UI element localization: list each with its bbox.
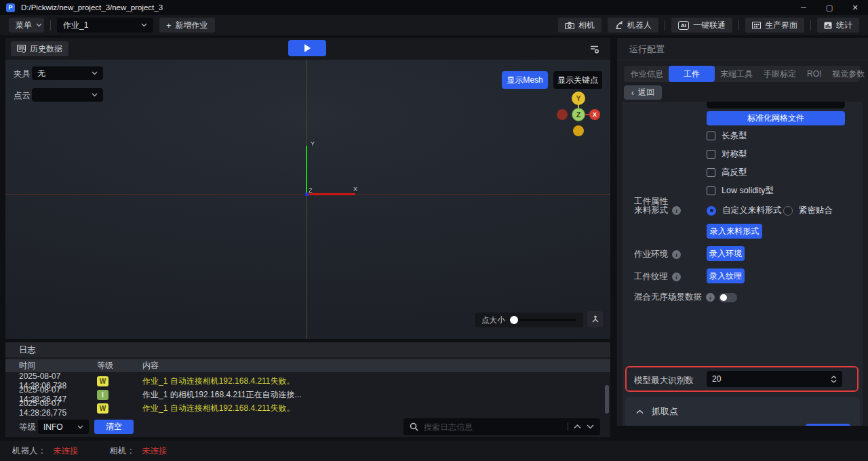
record-env-button[interactable]: 录入环境 [707, 246, 745, 261]
robot-label: 机器人 [627, 20, 652, 31]
log-table-header: 时间 等级 内容 [5, 359, 610, 372]
tab-job-info[interactable]: 作业信息 [625, 67, 669, 81]
info-icon[interactable]: i [672, 206, 681, 215]
production-view-label: 生产界面 [765, 20, 797, 31]
mixed-scene-toggle[interactable] [719, 293, 737, 302]
mesh-file-field-partial[interactable] [707, 102, 845, 108]
search-divider [568, 422, 568, 431]
gizmo-y-handle[interactable]: Y [572, 92, 585, 105]
checkbox-row-low-solidity[interactable]: Low solidity型 [707, 185, 774, 197]
run-button[interactable] [288, 40, 326, 56]
slider-knob[interactable] [510, 316, 518, 324]
record-texture-button[interactable]: 录入纹理 [707, 268, 745, 283]
grasp-section-title: 抓取点 [652, 405, 678, 418]
grasp-section-header[interactable]: 抓取点 [636, 405, 678, 418]
viewport-settings-button[interactable] [586, 42, 602, 56]
log-content: 作业_1 的相机192.168.4.211正在自动连接... [142, 389, 610, 401]
warning-badge: W [97, 376, 108, 386]
tab-vision-params[interactable]: 视觉参数 [827, 67, 868, 81]
checkbox-row-long[interactable]: 长条型 [707, 130, 747, 142]
max-recognition-input[interactable]: 20 [707, 371, 842, 387]
checkbox-icon[interactable] [707, 186, 715, 195]
window-controls: ─ ▢ ✕ [791, 0, 868, 15]
ai-link-button[interactable]: AI 一键联通 [671, 18, 732, 33]
point-size-label: 点大小 [481, 315, 505, 325]
info-icon[interactable]: i [672, 250, 681, 259]
log-col-content: 内容 [142, 360, 159, 372]
robot-button[interactable]: 机器人 [608, 18, 658, 33]
add-job-button[interactable]: + 新增作业 [159, 18, 215, 33]
close-button[interactable]: ✕ [842, 0, 868, 15]
collapse-icon[interactable] [636, 409, 644, 414]
tab-workpiece[interactable]: 工件 [669, 66, 715, 82]
checkbox-icon[interactable] [707, 168, 715, 177]
show-keypoints-button[interactable]: 显示关键点 [553, 71, 602, 89]
grasp-point-section: 抓取点 抓取点* 新增 名称 ID 操作 绝对坐标系 X(mm) 0.00 RX… [625, 397, 860, 426]
history-data-button[interactable]: 历史数据 [11, 41, 68, 56]
maximize-button[interactable]: ▢ [816, 0, 842, 15]
log-search-input[interactable] [424, 422, 562, 432]
show-mesh-button[interactable]: 显示Mesh [502, 71, 548, 89]
pointcloud-select[interactable] [32, 88, 103, 102]
gizmo-z-handle[interactable]: Z [572, 108, 585, 121]
log-content: 作业_1 自动连接相机192.168.4.211失败。 [142, 403, 610, 414]
checkbox-row-reflective[interactable]: 高反型 [707, 167, 747, 178]
gizmo-x-handle[interactable]: X [589, 109, 600, 120]
stats-button[interactable]: 统计 [817, 18, 859, 33]
log-content: 作业_1 自动连接相机192.168.4.211失败。 [142, 376, 610, 387]
grid-icon [752, 22, 761, 29]
search-next-icon[interactable] [587, 424, 594, 429]
history-data-label: 历史数据 [30, 43, 62, 55]
gizmo-neg-y-handle[interactable] [573, 125, 584, 136]
normalize-mesh-button[interactable]: 标准化网格文件 [707, 111, 845, 125]
search-prev-icon[interactable] [574, 424, 581, 429]
minimize-button[interactable]: ─ [791, 0, 816, 15]
info-icon[interactable]: i [672, 273, 681, 281]
info-icon[interactable]: i [706, 293, 715, 302]
add-grasp-point-button[interactable]: 新增 [806, 424, 850, 426]
radio-custom-incoming[interactable]: 自定义来料形式 [707, 205, 782, 216]
list-settings-icon [589, 44, 600, 54]
radio-selected-icon[interactable] [707, 206, 716, 216]
search-icon [410, 422, 418, 431]
log-level-select[interactable]: INFO [38, 420, 89, 434]
checkbox-icon[interactable] [707, 132, 715, 140]
checkbox-icon[interactable] [707, 150, 715, 159]
menu-dropdown[interactable]: 菜单 [9, 18, 44, 33]
production-view-button[interactable]: 生产界面 [745, 18, 804, 33]
log-level-value: INFO [43, 422, 63, 432]
main-toolbar: 菜单 作业_1 + 新增作业 相机 机器人 AI 一键联通 生产界面 统计 [0, 15, 868, 35]
z-axis-label: Z [309, 187, 313, 194]
back-label: 返回 [638, 87, 654, 98]
incoming-form-label: 来料形式i [634, 205, 681, 216]
camera-label: 相机 [578, 20, 595, 31]
clear-log-button[interactable]: 清空 [94, 420, 134, 434]
log-scrollbar[interactable] [605, 385, 609, 414]
log-level-label: 等级 [19, 422, 36, 433]
log-row[interactable]: 2025-08-07 14:28:26,775 W 作业_1 自动连接相机192… [5, 402, 610, 414]
point-size-slider[interactable] [511, 319, 577, 321]
tab-roi[interactable]: ROI [802, 67, 827, 81]
log-search-box [403, 418, 600, 435]
camera-status-label: 相机： [110, 445, 136, 457]
toolbar-divider [738, 20, 739, 31]
camera-icon [565, 22, 574, 29]
spinner-icon[interactable] [831, 376, 837, 383]
3d-viewport[interactable]: Y X Z 夹具 无 点云 显示Mesh 显示关键点 Y Z X 点大小 [5, 60, 610, 339]
radio-unselected-icon[interactable] [783, 206, 793, 216]
tab-end-tool[interactable]: 末端工具 [715, 67, 758, 81]
radio-tight-fit[interactable]: 紧密贴合 [783, 205, 833, 216]
job-select[interactable]: 作业_1 [57, 18, 153, 33]
add-job-label: 新增作业 [176, 20, 208, 31]
camera-button[interactable]: 相机 [558, 18, 601, 33]
tab-hand-eye-calib[interactable]: 手眼标定 [758, 67, 802, 81]
panel-divider [617, 60, 868, 60]
checkbox-row-symmetric[interactable]: 对称型 [707, 148, 747, 160]
record-incoming-button[interactable]: 录入来料形式 [707, 224, 762, 239]
back-button[interactable]: ‹ 返回 [624, 85, 662, 100]
x-axis-line [307, 193, 355, 195]
fixture-select[interactable]: 无 [32, 66, 103, 80]
gizmo-neg-x-handle[interactable] [557, 109, 568, 120]
axis-tool-button[interactable] [587, 311, 603, 327]
checkbox-label: 对称型 [722, 148, 747, 160]
